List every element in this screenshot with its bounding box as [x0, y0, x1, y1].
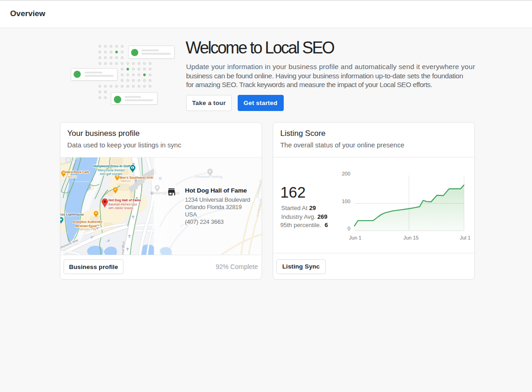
svg-text:Antojitos Authentic: Antojitos Authentic — [72, 220, 102, 223]
svg-text:Jul 1: Jul 1 — [460, 235, 470, 240]
svg-text:Takeout: Takeout — [120, 179, 131, 182]
svg-text:Jun 1: Jun 1 — [349, 235, 362, 240]
svg-text:mini-golf courses: mini-golf courses — [99, 172, 122, 176]
svg-text:Universal Parking: Universal Parking — [195, 175, 222, 179]
svg-text:with classic snacks: with classic snacks — [108, 206, 133, 210]
svg-text:iversal Blvd: iversal Blvd — [120, 241, 126, 254]
svg-text:0: 0 — [347, 226, 350, 231]
svg-text:Hot Dog Hall of Fame: Hot Dog Hall of Fame — [108, 199, 141, 202]
svg-text:U: U — [151, 191, 153, 195]
svg-text:Takeout: Takeout — [66, 175, 76, 178]
svg-text:Retro-movie-themed: Retro-movie-themed — [97, 168, 124, 171]
svg-text:Mexican • $$: Mexican • $$ — [79, 227, 96, 230]
svg-text:Baseball-themed spot: Baseball-themed spot — [108, 202, 137, 206]
svg-text:Jun 15: Jun 15 — [403, 235, 419, 240]
svg-text:Hard Rock Cafe: Hard Rock Cafe — [65, 170, 89, 174]
svg-text:ros Lighthouse: ros Lighthouse — [60, 212, 84, 216]
svg-text:P: P — [209, 170, 211, 173]
svg-text:Hollywood Drive-In Golf: Hollywood Drive-In Golf — [93, 164, 130, 168]
svg-text:100: 100 — [342, 199, 350, 204]
svg-text:200: 200 — [342, 171, 350, 176]
